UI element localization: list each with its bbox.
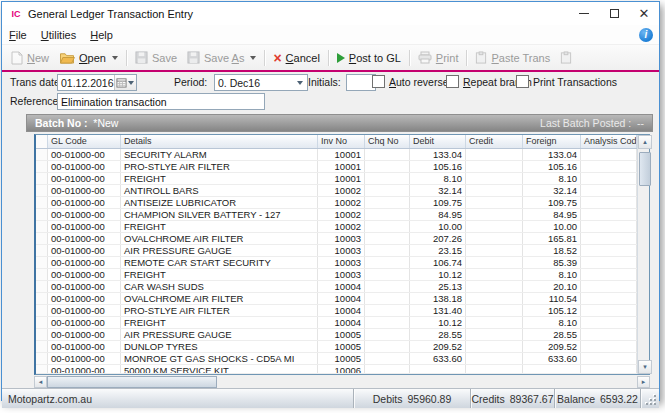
cell-gl-code[interactable]: 00-01000-00 [48, 209, 121, 220]
cell-gl-code[interactable]: 00-01000-00 [48, 221, 121, 232]
open-button[interactable]: Open [54, 49, 123, 66]
save-button[interactable]: Save [130, 49, 182, 66]
row-selector[interactable] [36, 257, 48, 268]
cell-foreign[interactable]: 10.00 [523, 221, 581, 232]
cell-credit[interactable] [466, 281, 523, 292]
scroll-up-button[interactable]: ▴ [638, 135, 652, 149]
cell-gl-code[interactable]: 00-01000-00 [48, 173, 121, 184]
cell-analysis-codes[interactable] [581, 185, 637, 196]
cell-inv-no[interactable]: 10005 [318, 341, 365, 352]
cell-debit[interactable]: 8.10 [410, 173, 466, 184]
cell-debit[interactable]: 207.26 [410, 233, 466, 244]
cell-details[interactable]: 50000 KM SERVICE KIT [121, 365, 318, 373]
cell-debit[interactable]: 28.55 [410, 329, 466, 340]
cell-gl-code[interactable]: 00-01000-00 [48, 365, 121, 373]
cell-chq-no[interactable] [365, 173, 410, 184]
cell-foreign[interactable]: 209.52 [523, 341, 581, 352]
table-row[interactable]: 00-01000-00CHAMPION SILVER BATTERY - 127… [36, 209, 637, 221]
cell-foreign[interactable]: 84.95 [523, 209, 581, 220]
trans-date-value[interactable]: 01.12.2016 [58, 77, 114, 89]
cell-debit[interactable]: 10.12 [410, 317, 466, 328]
cell-debit[interactable]: 133.04 [410, 149, 466, 160]
row-selector[interactable] [36, 149, 48, 160]
cell-foreign[interactable]: 165.81 [523, 233, 581, 244]
cell-chq-no[interactable] [365, 257, 410, 268]
cell-credit[interactable] [466, 365, 523, 373]
column-header-gl-code[interactable]: GL Code [48, 135, 121, 148]
row-selector[interactable] [36, 197, 48, 208]
cell-details[interactable]: OVALCHROME AIR FILTER [121, 293, 318, 304]
cell-analysis-codes[interactable] [581, 305, 637, 316]
cell-analysis-codes[interactable] [581, 341, 637, 352]
auto-reverse-checkbox[interactable]: Auto reverse [372, 75, 449, 88]
column-header-debit[interactable]: Debit [410, 135, 466, 148]
cell-credit[interactable] [466, 173, 523, 184]
cell-gl-code[interactable]: 00-01000-00 [48, 161, 121, 172]
cell-gl-code[interactable]: 00-01000-00 [48, 233, 121, 244]
cell-debit[interactable]: 106.74 [410, 257, 466, 268]
cell-chq-no[interactable] [365, 269, 410, 280]
cell-debit[interactable]: 32.14 [410, 185, 466, 196]
row-selector[interactable] [36, 365, 48, 373]
cell-chq-no[interactable] [365, 245, 410, 256]
cell-debit[interactable]: 10.12 [410, 269, 466, 280]
cell-details[interactable]: FREIGHT [121, 317, 318, 328]
menu-file[interactable]: File [2, 27, 34, 43]
table-row[interactable]: 00-01000-00CAR WASH SUDS1000425.1320.10 [36, 281, 637, 293]
post-to-gl-button[interactable]: Post to GL [332, 50, 406, 66]
vertical-scrollbar[interactable]: ▴ ▾ [637, 135, 649, 374]
cell-debit[interactable] [410, 365, 466, 373]
cell-analysis-codes[interactable] [581, 365, 637, 373]
vertical-scroll-thumb[interactable] [639, 152, 651, 186]
cell-chq-no[interactable] [365, 149, 410, 160]
cell-debit[interactable]: 105.16 [410, 161, 466, 172]
cell-credit[interactable] [466, 149, 523, 160]
cell-chq-no[interactable] [365, 281, 410, 292]
print-transactions-checkbox[interactable]: Print Transactions [516, 75, 617, 88]
cell-foreign[interactable] [523, 365, 581, 373]
cell-details[interactable]: ANTIROLL BARS [121, 185, 318, 196]
cell-inv-no[interactable]: 10001 [318, 149, 365, 160]
table-row[interactable]: 00-01000-00OVALCHROME AIR FILTER10004138… [36, 293, 637, 305]
cell-foreign[interactable]: 105.12 [523, 305, 581, 316]
scroll-right-button[interactable]: ▸ [637, 376, 650, 388]
cell-details[interactable]: AIR PRESSURE GAUGE [121, 329, 318, 340]
open-dropdown-icon[interactable] [112, 56, 118, 60]
row-selector[interactable] [36, 305, 48, 316]
cell-credit[interactable] [466, 305, 523, 316]
cell-analysis-codes[interactable] [581, 353, 637, 364]
column-header-chq-no[interactable]: Chq No [365, 135, 410, 148]
table-row[interactable]: 00-01000-00MONROE GT GAS SHOCKS - CD5A M… [36, 353, 637, 365]
period-select[interactable]: 0. Dec16 [214, 74, 308, 91]
cell-credit[interactable] [466, 269, 523, 280]
row-selector[interactable] [36, 281, 48, 292]
cell-chq-no[interactable] [365, 221, 410, 232]
cell-credit[interactable] [466, 317, 523, 328]
table-row[interactable]: 00-01000-00FREIGHT1000410.128.10 [36, 317, 637, 329]
cell-analysis-codes[interactable] [581, 161, 637, 172]
cell-analysis-codes[interactable] [581, 173, 637, 184]
cell-credit[interactable] [466, 233, 523, 244]
cell-debit[interactable]: 633.60 [410, 353, 466, 364]
new-button[interactable]: New [6, 49, 54, 67]
cell-foreign[interactable]: 32.14 [523, 185, 581, 196]
cell-gl-code[interactable]: 00-01000-00 [48, 197, 121, 208]
column-header-analysis-codes[interactable]: Analysis Codes [581, 135, 637, 148]
cell-inv-no[interactable]: 10002 [318, 197, 365, 208]
cell-credit[interactable] [466, 341, 523, 352]
cell-chq-no[interactable] [365, 329, 410, 340]
cell-inv-no[interactable]: 10002 [318, 185, 365, 196]
cell-debit[interactable]: 138.18 [410, 293, 466, 304]
table-row[interactable]: 00-01000-00AIR PRESSURE GAUGE1000528.552… [36, 329, 637, 341]
close-button[interactable]: ✕ [629, 2, 659, 25]
row-selector[interactable] [36, 161, 48, 172]
row-selector[interactable] [36, 173, 48, 184]
table-row[interactable]: 00-01000-00REMOTE CAR START SECURITY1000… [36, 257, 637, 269]
cell-debit[interactable]: 209.52 [410, 341, 466, 352]
cell-details[interactable]: REMOTE CAR START SECURITY [121, 257, 318, 268]
table-row[interactable]: 00-01000-00FREIGHT1000310.128.10 [36, 269, 637, 281]
cell-analysis-codes[interactable] [581, 293, 637, 304]
cell-credit[interactable] [466, 221, 523, 232]
table-row[interactable]: 00-01000-00AIR PRESSURE GAUGE1000323.151… [36, 245, 637, 257]
cell-analysis-codes[interactable] [581, 233, 637, 244]
